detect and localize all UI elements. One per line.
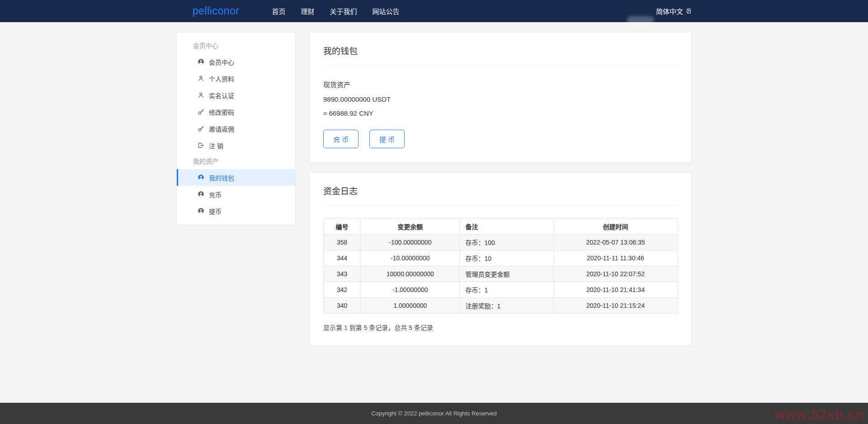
cell-id: 344 bbox=[324, 250, 361, 266]
sidebar-item-label: 个人资料 bbox=[209, 74, 234, 83]
table-row: 340 1.00000000 注册奖励：1 2020-11-10 21:15:2… bbox=[324, 298, 678, 314]
funds-log-title: 资金日志 bbox=[323, 184, 678, 206]
cny-equivalent: ≈ 66988.92 CNY bbox=[323, 109, 678, 117]
sidebar-item-member-center[interactable]: 会员中心 bbox=[177, 53, 295, 70]
cell-change: 10000.00000000 bbox=[361, 266, 460, 282]
nav-item-about[interactable]: 关于我们 bbox=[330, 6, 357, 16]
wallet-card: 我的钱包 现货资产 9890.00000000 USDT ≈ 66988.92 … bbox=[309, 32, 692, 162]
column-header-memo: 备注 bbox=[460, 218, 553, 235]
brand-logo[interactable]: pelliconor bbox=[193, 5, 239, 17]
key-icon bbox=[198, 125, 204, 132]
sidebar-item-referral[interactable]: 邀请返佣 bbox=[177, 120, 295, 137]
nav-item-finance[interactable]: 理财 bbox=[301, 6, 314, 16]
user-icon bbox=[198, 92, 204, 99]
sidebar-section-member-center: 会员中心 bbox=[177, 38, 295, 53]
usdt-balance: 9890.00000000 USDT bbox=[323, 95, 678, 103]
table-header-row: 编号 变更余额 备注 创建时间 bbox=[324, 218, 678, 235]
cell-created: 2022-05-07 13:06:35 bbox=[553, 235, 677, 250]
sidebar-item-change-password[interactable]: 修改密码 bbox=[177, 104, 295, 120]
user-circle-icon bbox=[198, 174, 204, 181]
key-icon bbox=[198, 108, 204, 115]
deposit-button[interactable]: 充 币 bbox=[323, 130, 359, 148]
cell-change: -1.00000000 bbox=[361, 282, 460, 298]
cell-id: 358 bbox=[324, 235, 361, 250]
spot-asset-label: 现货资产 bbox=[323, 80, 678, 89]
user-circle-icon bbox=[198, 191, 204, 198]
funds-log-card: 资金日志 编号 变更余额 备注 创建时间 358 -100.00000000 存… bbox=[309, 172, 692, 346]
wallet-card-title: 我的钱包 bbox=[323, 44, 678, 66]
sidebar-item-profile[interactable]: 个人资料 bbox=[177, 70, 295, 87]
cell-memo: 存币：1 bbox=[460, 282, 553, 298]
withdraw-button[interactable]: 提 币 bbox=[369, 130, 405, 148]
sign-out-icon bbox=[198, 142, 204, 149]
sidebar-section-my-assets: 我的资产 bbox=[177, 154, 295, 169]
page-footer: Copyright © 2022 pelliconor All Rights R… bbox=[0, 403, 868, 424]
cell-created: 2020-11-10 22:07:52 bbox=[553, 266, 677, 282]
sidebar-item-label: 邀请返佣 bbox=[209, 124, 234, 133]
cell-change: 1.00000000 bbox=[361, 298, 460, 314]
sidebar-item-label: 修改密码 bbox=[209, 108, 234, 117]
sidebar-item-logout[interactable]: 注 销 bbox=[177, 137, 295, 154]
cell-created: 2020-11-10 21:15:24 bbox=[553, 298, 677, 314]
user-circle-icon bbox=[198, 58, 204, 65]
sidebar-item-label: 提币 bbox=[209, 207, 222, 216]
sidebar-item-label: 充币 bbox=[209, 190, 222, 199]
wallet-actions: 充 币 提 币 bbox=[323, 130, 678, 148]
sidebar-item-label: 注 销 bbox=[209, 141, 223, 150]
language-selector[interactable]: 简体中文 bbox=[656, 6, 692, 16]
sidebar-item-kyc[interactable]: 实名认证 bbox=[177, 87, 295, 104]
cell-memo: 注册奖励：1 bbox=[460, 298, 553, 314]
sidebar-item-deposit[interactable]: 充币 bbox=[177, 186, 295, 203]
nav-item-home[interactable]: 首页 bbox=[272, 6, 285, 16]
cell-memo: 存币：100 bbox=[460, 235, 553, 250]
sidebar-item-label: 会员中心 bbox=[209, 57, 234, 66]
sidebar-item-label: 实名认证 bbox=[209, 91, 234, 100]
cell-change: -100.00000000 bbox=[361, 235, 460, 250]
copyright-text: Copyright © 2022 pelliconor All Rights R… bbox=[371, 410, 497, 417]
sidebar-item-my-wallet[interactable]: 我的钱包 bbox=[177, 169, 295, 186]
funds-log-table: 编号 变更余额 备注 创建时间 358 -100.00000000 存币：100… bbox=[323, 218, 678, 314]
cell-memo: 管理员变更金额 bbox=[460, 266, 553, 282]
top-navbar: pelliconor 首页 理财 关于我们 网站公告 简体中文 bbox=[0, 0, 868, 22]
pagination-summary: 显示第 1 到第 5 条记录，总共 5 条记录 bbox=[323, 323, 678, 332]
navbar-container: pelliconor 首页 理财 关于我们 网站公告 简体中文 bbox=[176, 0, 692, 22]
language-label: 简体中文 bbox=[656, 6, 683, 16]
sidebar-item-label: 我的钱包 bbox=[209, 173, 234, 182]
cell-created: 2020-11-10 21:41:34 bbox=[553, 282, 677, 298]
language-page-icon bbox=[686, 8, 692, 14]
cell-created: 2020-11-11 11:30:46 bbox=[553, 250, 677, 266]
sidebar-item-withdraw[interactable]: 提币 bbox=[177, 203, 295, 219]
table-row: 342 -1.00000000 存币：1 2020-11-10 21:41:34 bbox=[324, 282, 678, 298]
watermark-text: www.52xb.cn bbox=[774, 407, 864, 422]
content-column: 我的钱包 现货资产 9890.00000000 USDT ≈ 66988.92 … bbox=[309, 32, 692, 346]
cell-id: 340 bbox=[324, 298, 361, 314]
table-row: 343 10000.00000000 管理员变更金额 2020-11-10 22… bbox=[324, 266, 678, 282]
sidebar: 会员中心 会员中心 个人资料 实名认证 修改密码 邀请返佣 注 销 我的资产 bbox=[176, 32, 296, 225]
column-header-created: 创建时间 bbox=[553, 218, 677, 235]
column-header-id: 编号 bbox=[324, 218, 361, 235]
page-body: 会员中心 会员中心 个人资料 实名认证 修改密码 邀请返佣 注 销 我的资产 bbox=[176, 32, 692, 346]
user-circle-icon bbox=[198, 207, 204, 214]
cell-memo: 存币：10 bbox=[460, 250, 553, 266]
cell-change: -10.00000000 bbox=[361, 250, 460, 266]
column-header-change: 变更余额 bbox=[361, 218, 460, 235]
main-nav: 首页 理财 关于我们 网站公告 bbox=[272, 6, 399, 16]
user-icon bbox=[198, 75, 204, 82]
table-row: 344 -10.00000000 存币：10 2020-11-11 11:30:… bbox=[324, 250, 678, 266]
cell-id: 342 bbox=[324, 282, 361, 298]
table-row: 358 -100.00000000 存币：100 2022-05-07 13:0… bbox=[324, 235, 678, 250]
nav-item-announcements[interactable]: 网站公告 bbox=[373, 6, 400, 16]
cell-id: 343 bbox=[324, 266, 361, 282]
